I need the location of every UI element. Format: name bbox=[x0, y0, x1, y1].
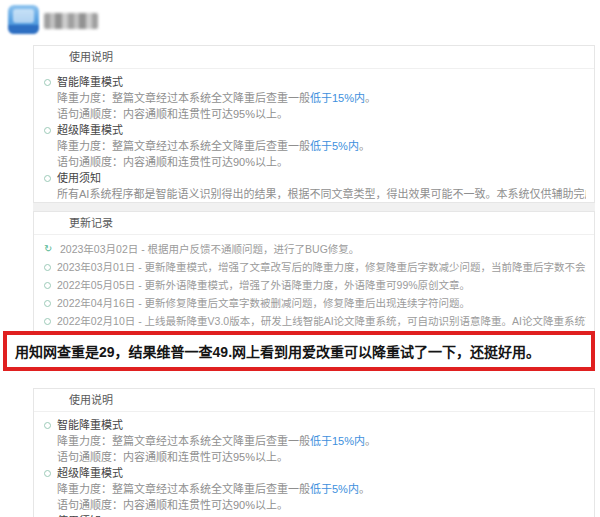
section-gap-divider bbox=[33, 203, 595, 211]
update-log-item: 2022年02月10日 - 上线最新降重V3.0版本，研发上线智能AI论文降重系… bbox=[44, 312, 586, 330]
blue-emphasis-link[interactable]: 低于15%内 bbox=[310, 435, 365, 447]
usage-detail-line: 语句通顺度：内容通顺和连贯性可达95%以上。 bbox=[44, 106, 586, 122]
usage-detail-line: 降重力度：整篇文章经过本系统全文降重后查重一般低于15%内。 bbox=[44, 433, 586, 449]
update-log-item: 2022年05月05日 - 更新外语降重模式，增强了外语降重力度，外语降重可99… bbox=[44, 276, 586, 294]
usage-item-super-mode: 超级降重模式 bbox=[44, 122, 586, 138]
circle-bullet-icon bbox=[44, 264, 51, 271]
circle-bullet-icon bbox=[44, 470, 51, 477]
app-logo-ribbon bbox=[8, 25, 39, 34]
circle-bullet-icon bbox=[44, 127, 51, 134]
usage-detail-line: 降重力度：整篇文章经过本系统全文降重后查重一般低于5%内。 bbox=[44, 481, 586, 497]
usage-item-title: 智能降重模式 bbox=[57, 417, 123, 433]
usage-item-title: 使用须知 bbox=[57, 513, 101, 517]
usage-item-notice: 使用须知 bbox=[44, 513, 586, 517]
usage-detail-line: 语句通顺度：内容通顺和连贯性可达95%以上。 bbox=[44, 449, 586, 465]
usage-detail-line: 降重力度：整篇文章经过本系统全文降重后查重一般低于15%内。 bbox=[44, 90, 586, 106]
usage-item-notice: 使用须知 bbox=[44, 170, 586, 186]
red-highlight-box: 用知网查重是29，结果维普一查49.网上看到用爱改重可以降重试了一下，还挺好用。 bbox=[3, 331, 595, 371]
usage-instructions-card: 使用说明 智能降重模式 降重力度：整篇文章经过本系统全文降重后查重一般低于15%… bbox=[33, 45, 595, 203]
usage-detail-line: 降重力度：整篇文章经过本系统全文降重后查重一般低于5%内。 bbox=[44, 138, 586, 154]
usage-detail-line: 所有AI系统程序都是智能语义识别得出的结果，根据不同文章类型，得出效果可能不一致… bbox=[44, 186, 586, 202]
usage-item-smart-mode: 智能降重模式 bbox=[44, 74, 586, 90]
section-title-updates: 更新记录 bbox=[34, 212, 594, 235]
usage-detail-line: 语句通顺度：内容通顺和连贯性可达90%以上。 bbox=[44, 497, 586, 513]
usage-instructions-card-repeat: 使用说明 智能降重模式 降重力度：整篇文章经过本系统全文降重后查重一般低于15%… bbox=[33, 388, 595, 517]
circle-bullet-icon bbox=[44, 422, 51, 429]
section-title-usage: 使用说明 bbox=[34, 46, 594, 69]
circle-bullet-icon bbox=[44, 318, 51, 325]
usage-item-title: 智能降重模式 bbox=[57, 74, 123, 90]
circle-bullet-icon bbox=[44, 282, 51, 289]
usage-item-title: 超级降重模式 bbox=[57, 122, 123, 138]
usage-item-super-mode: 超级降重模式 bbox=[44, 465, 586, 481]
update-log-item: 2023年03月01日 - 更新降重模式，增强了文章改写后的降重力度，修复降重后… bbox=[44, 258, 586, 276]
usage-item-title: 使用须知 bbox=[57, 170, 101, 186]
app-logo[interactable] bbox=[8, 5, 39, 34]
blue-emphasis-link[interactable]: 低于5%内 bbox=[310, 483, 359, 495]
update-log-item: 2022年04月16日 - 更新修复降重后文章字数被删减问题，修复降重后出现连续… bbox=[44, 294, 586, 312]
usage-item-smart-mode: 智能降重模式 bbox=[44, 417, 586, 433]
testimonial-text: 用知网查重是29，结果维普一查49.网上看到用爱改重可以降重试了一下，还挺好用。 bbox=[15, 341, 540, 361]
censored-site-title bbox=[44, 13, 98, 29]
section-title-usage: 使用说明 bbox=[34, 389, 594, 412]
circle-bullet-icon bbox=[44, 300, 51, 307]
blue-emphasis-link[interactable]: 低于15%内 bbox=[310, 92, 365, 104]
blue-emphasis-link[interactable]: 低于5%内 bbox=[310, 140, 359, 152]
circle-bullet-icon bbox=[44, 79, 51, 86]
usage-detail-line: 语句通顺度：内容通顺和连贯性可达90%以上。 bbox=[44, 154, 586, 170]
circle-bullet-icon bbox=[44, 175, 51, 182]
update-log-item: ↻ 2023年03月02日 - 根据用户反馈不通顺问题，进行了BUG修复。 bbox=[44, 240, 586, 258]
refresh-icon: ↻ bbox=[44, 244, 54, 254]
app-logo-glyph bbox=[13, 9, 34, 23]
usage-item-title: 超级降重模式 bbox=[57, 465, 123, 481]
